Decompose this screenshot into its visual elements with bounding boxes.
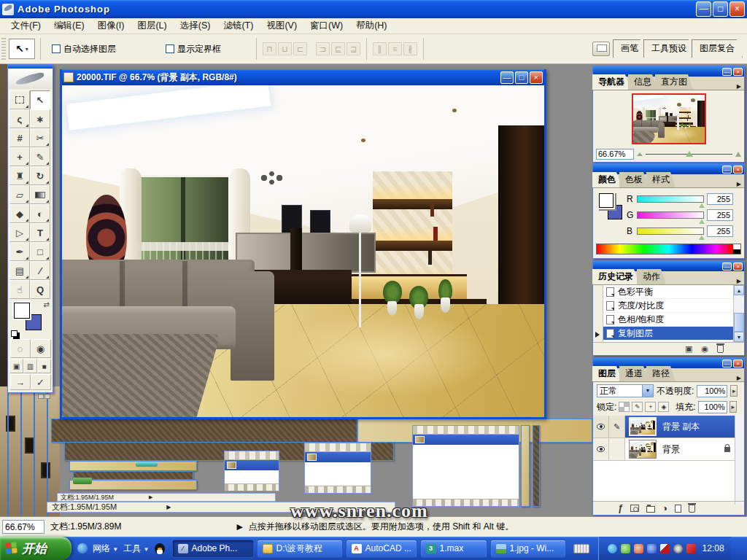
document-canvas[interactable] [62,85,544,417]
tools-menu[interactable]: 工具 ▼ [123,542,149,555]
task-button-image-viewer[interactable]: 1.jpg - Wi... [490,540,566,558]
tab-channels[interactable]: 通道 [619,366,649,381]
delete-state-button[interactable] [717,345,724,353]
show-bounding-box-checkbox[interactable]: 显示定界框 [166,43,221,55]
current-tool-button[interactable]: ↖ ▾ [9,39,35,59]
task-button-folder[interactable]: D:\波哥教程 [257,540,343,558]
healing-brush-tool-button[interactable]: + [9,147,30,166]
fill-input[interactable]: 100% [698,401,727,413]
zoom-percentage-input[interactable]: 66.67% [2,520,44,534]
tab-swatches[interactable]: 色板 [619,172,649,187]
palette-minimize-button[interactable]: — [722,68,732,76]
clone-stamp-tool-button[interactable]: ♜ [9,166,30,185]
fill-spinner-icon[interactable]: ▸ [729,401,737,413]
slider-thumb[interactable] [686,151,693,157]
tab-layer-comps[interactable]: 图层复合 [692,39,743,58]
doc-minimize-button[interactable]: — [500,71,514,84]
layer-row[interactable]: 背景 [593,438,735,461]
lock-paint-toggle[interactable]: ✎ [632,402,643,412]
menu-help[interactable]: 帮助(H) [349,18,393,34]
doc-maximize-button[interactable]: □ [515,71,528,84]
foreground-color-swatch[interactable] [599,193,614,208]
eyedropper-tool-button[interactable]: ∕ [30,261,50,280]
blur-tool-button[interactable]: ◆ [9,204,30,223]
path-selection-tool-button[interactable]: ▷ [9,223,30,242]
hand-tool-button[interactable]: ☝ [9,280,30,299]
magic-wand-tool-button[interactable]: ∗ [30,109,50,128]
layers-scrollbar[interactable] [735,416,743,505]
task-button-3dsmax[interactable]: 31.max [420,540,487,558]
task-button-autocad[interactable]: AAutoCAD ... [346,540,417,558]
task-button-photoshop[interactable]: ∕Adobe Ph... [172,540,254,558]
history-step-selected[interactable]: 复制图层 [603,327,733,341]
maximize-button[interactable]: □ [713,1,728,17]
layer-row-selected[interactable]: ✎ 背景 副本 [593,416,735,438]
start-button[interactable]: 开始 [0,537,71,560]
green-value-input[interactable]: 255 [707,209,733,221]
palette-close-button[interactable]: × [733,166,743,174]
lasso-tool-button[interactable]: ς [9,109,30,128]
tab-histogram[interactable]: 直方图 [655,74,693,90]
menu-image[interactable]: 图像(I) [91,18,131,34]
fullscreen-menubar-button[interactable]: ▥ [23,359,37,373]
menu-filter[interactable]: 滤镜(T) [217,18,260,34]
palette-close-button[interactable]: × [733,68,743,76]
palette-minimize-button[interactable]: — [722,166,732,174]
history-scrollbar[interactable]: ▲ ▼ [733,285,744,342]
tab-styles[interactable]: 样式 [646,172,676,187]
tray-kaspersky-icon[interactable] [660,544,670,553]
link-cell[interactable] [609,438,625,460]
red-slider[interactable] [637,195,704,203]
swap-colors-icon[interactable]: ⇄ [44,300,50,308]
type-tool-button[interactable]: T [30,223,50,242]
menu-select[interactable]: 选择(S) [174,18,217,34]
brush-tool-button[interactable]: ✎ [30,147,50,166]
slice-tool-button[interactable]: ✂ [30,128,50,147]
eraser-tool-button[interactable]: ▱ [9,185,30,204]
green-slider[interactable] [637,211,704,219]
minimize-button[interactable]: — [696,1,711,17]
menu-file[interactable]: 文件(F) [4,18,47,34]
adjustment-layer-button[interactable]: ◑ [662,503,667,513]
history-step[interactable]: 色相/饱和度 [603,313,733,327]
marquee-tool-button[interactable] [9,90,30,109]
default-colors-icon[interactable] [11,330,18,337]
menu-window[interactable]: 窗口(W) [303,18,349,34]
quick-mask-mode-button[interactable]: ◉ [31,339,51,358]
input-method-keyboard-icon[interactable] [573,544,589,553]
palette-menu-icon[interactable]: ▶ [737,181,741,187]
tab-brushes[interactable]: 画笔 [613,39,646,58]
tab-navigator[interactable]: 导航器 [592,74,630,90]
scroll-down-icon[interactable]: ▼ [734,332,744,342]
history-step[interactable]: 色彩平衡 [603,285,733,299]
history-brush-tool-button[interactable]: ↻ [30,166,50,185]
pen-tool-button[interactable]: ✒ [9,242,30,261]
shape-tool-button[interactable]: □ [30,242,50,261]
tab-paths[interactable]: 路径 [646,366,676,381]
tab-actions[interactable]: 动作 [637,269,666,284]
visibility-cell[interactable] [593,416,609,438]
browser-icon[interactable] [77,543,88,553]
new-group-button[interactable] [646,506,655,513]
new-document-from-state-button[interactable]: ▣ [685,344,692,354]
standard-mode-button[interactable]: ◌ [10,339,31,358]
navigator-proxy-view[interactable] [632,93,706,144]
new-snapshot-button[interactable]: ◉ [701,344,708,354]
move-tool-button[interactable]: ↖ [30,90,50,109]
palette-menu-icon[interactable]: ▶ [737,375,741,381]
opacity-spinner-icon[interactable]: ▸ [730,385,738,397]
tab-tool-presets[interactable]: 工具预设 [643,39,694,58]
document-size-readout[interactable]: 文档:1.95M/3.89M [50,521,121,533]
opacity-input[interactable]: 100% [697,385,727,397]
tray-messenger-icon[interactable] [608,544,617,553]
scrollbar-thumb[interactable] [734,313,744,332]
gradient-tool-button[interactable] [30,185,50,204]
qq-messenger-icon[interactable] [155,543,165,554]
doc-close-button[interactable]: × [530,71,543,84]
blend-mode-select[interactable]: 正常▼ [597,384,654,397]
delete-layer-button[interactable] [689,505,695,513]
tab-color[interactable]: 颜色 [592,172,622,187]
palette-menu-icon[interactable]: ▶ [737,278,741,284]
standard-screen-button[interactable]: ▣ [9,359,23,373]
fullscreen-button[interactable]: ■ [37,359,51,373]
